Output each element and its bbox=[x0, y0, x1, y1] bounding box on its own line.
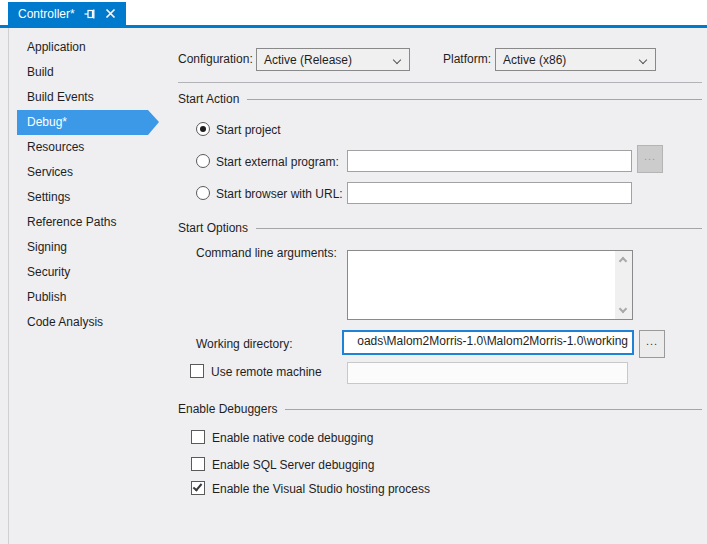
pin-icon[interactable] bbox=[84, 8, 96, 20]
start-options-title: Start Options bbox=[178, 221, 248, 235]
chevron-down-icon bbox=[639, 56, 647, 64]
start-external-program-label: Start external program: bbox=[216, 155, 339, 169]
start-project-label: Start project bbox=[216, 123, 281, 137]
sidebar-item-code-analysis[interactable]: Code Analysis bbox=[17, 310, 148, 335]
start-action-group-header: Start Action bbox=[178, 92, 702, 106]
command-line-arguments-label: Command line arguments: bbox=[196, 246, 337, 260]
sidebar-item-debug[interactable]: Debug* bbox=[17, 110, 148, 135]
close-icon[interactable] bbox=[105, 8, 117, 20]
project-properties-window: Controller* Application Build Build Even… bbox=[0, 0, 707, 544]
command-line-arguments-input[interactable] bbox=[347, 250, 633, 320]
external-program-browse-button[interactable]: ... bbox=[637, 145, 663, 173]
enable-sql-server-debugging-checkbox[interactable] bbox=[191, 457, 205, 471]
enable-sql-server-debugging-label: Enable SQL Server debugging bbox=[212, 458, 374, 472]
enable-vs-hosting-process-checkbox[interactable] bbox=[191, 481, 205, 495]
start-project-radio[interactable] bbox=[196, 122, 210, 136]
group-rule bbox=[285, 409, 702, 410]
properties-sidebar: Application Build Build Events Debug* Re… bbox=[17, 35, 148, 335]
working-directory-browse-button[interactable]: ... bbox=[639, 330, 665, 358]
panel-left-border bbox=[8, 28, 9, 544]
use-remote-machine-label: Use remote machine bbox=[211, 365, 322, 379]
working-directory-label: Working directory: bbox=[196, 337, 292, 351]
configuration-value: Active (Release) bbox=[264, 53, 352, 67]
enable-vs-hosting-process-label: Enable the Visual Studio hosting process bbox=[212, 482, 430, 496]
sidebar-item-resources[interactable]: Resources bbox=[17, 135, 148, 160]
start-external-program-radio[interactable] bbox=[196, 154, 210, 168]
platform-dropdown[interactable]: Active (x86) bbox=[495, 48, 656, 71]
tab-controller[interactable]: Controller* bbox=[8, 2, 126, 25]
configuration-dropdown[interactable]: Active (Release) bbox=[256, 48, 410, 71]
sidebar-item-build-events[interactable]: Build Events bbox=[17, 85, 148, 110]
start-options-group-header: Start Options bbox=[178, 221, 702, 235]
sidebar-item-signing[interactable]: Signing bbox=[17, 235, 148, 260]
group-rule bbox=[256, 228, 702, 229]
platform-label: Platform: bbox=[443, 52, 491, 66]
scroll-up-icon[interactable] bbox=[619, 257, 627, 265]
start-browser-url-label: Start browser with URL: bbox=[216, 187, 343, 201]
use-remote-machine-checkbox[interactable] bbox=[190, 364, 204, 378]
config-separator bbox=[178, 82, 702, 83]
sidebar-item-label: Debug* bbox=[27, 115, 67, 129]
sidebar-item-build[interactable]: Build bbox=[17, 60, 148, 85]
scroll-down-icon[interactable] bbox=[619, 305, 627, 313]
tab-bar: Controller* bbox=[0, 0, 707, 25]
sidebar-item-settings[interactable]: Settings bbox=[17, 185, 148, 210]
start-browser-url-radio[interactable] bbox=[196, 186, 210, 200]
sidebar-item-reference-paths[interactable]: Reference Paths bbox=[17, 210, 148, 235]
external-program-input[interactable] bbox=[347, 150, 632, 172]
platform-value: Active (x86) bbox=[503, 53, 566, 67]
sidebar-item-services[interactable]: Services bbox=[17, 160, 148, 185]
group-rule bbox=[247, 99, 702, 100]
selection-arrow bbox=[148, 110, 159, 135]
remote-machine-input[interactable] bbox=[347, 362, 628, 384]
sidebar-item-application[interactable]: Application bbox=[17, 35, 148, 60]
browser-url-input[interactable] bbox=[347, 182, 632, 204]
start-action-title: Start Action bbox=[178, 92, 239, 106]
enable-native-code-debugging-label: Enable native code debugging bbox=[212, 431, 373, 445]
working-directory-input[interactable]: oads\Malom2Morris-1.0\Malom2Morris-1.0\w… bbox=[342, 330, 634, 355]
enable-debuggers-title: Enable Debuggers bbox=[178, 402, 277, 416]
enable-native-code-debugging-checkbox[interactable] bbox=[191, 430, 205, 444]
sidebar-item-security[interactable]: Security bbox=[17, 260, 148, 285]
tab-title: Controller* bbox=[18, 7, 75, 21]
sidebar-item-publish[interactable]: Publish bbox=[17, 285, 148, 310]
active-tab-indicator bbox=[0, 25, 707, 28]
chevron-down-icon bbox=[393, 56, 401, 64]
enable-debuggers-group-header: Enable Debuggers bbox=[178, 402, 702, 416]
check-icon bbox=[193, 481, 203, 491]
scrollbar[interactable] bbox=[615, 251, 632, 319]
configuration-label: Configuration: bbox=[178, 52, 253, 66]
